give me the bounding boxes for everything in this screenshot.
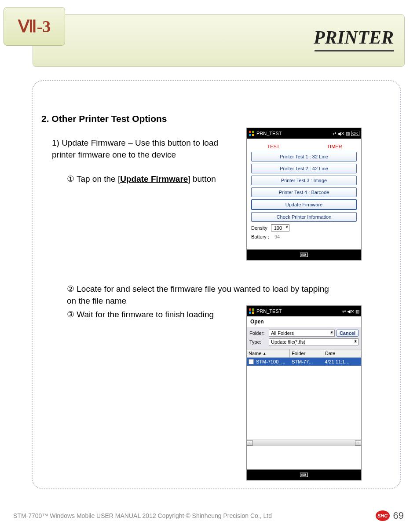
printer-test-3-button[interactable]: Printer Test 3 : Image (251, 176, 357, 185)
list-header: Name▲ Folder Date (247, 349, 361, 358)
header-underline (315, 50, 394, 51)
wm-titlebar-2: PRN_TEST ⇄ ◀✕ ▥ (247, 306, 361, 316)
density-label: Density (251, 225, 267, 231)
col-folder-header[interactable]: Folder (290, 349, 323, 357)
check-printer-info-button[interactable]: Check Printer Information (251, 212, 357, 222)
folder-select[interactable]: All Folders (269, 330, 335, 337)
printer-test-4-button[interactable]: Printer Test 4 : Barcode (251, 187, 357, 197)
label-timer: TIMER (312, 144, 357, 149)
open-title: Open (247, 316, 361, 327)
screenshot-open-dialog: PRN_TEST ⇄ ◀✕ ▥ Open Folder: All Folders… (246, 305, 362, 481)
windows-flag-icon (249, 130, 255, 136)
step-1-prefix: ① Tap on the [ (67, 174, 120, 183)
scroll-left-button[interactable]: ‹ (247, 440, 253, 446)
type-label: Type: (249, 339, 267, 345)
file-date-cell: 4/21 11:1… (323, 358, 361, 366)
chapter-tab: Ⅶ-3 (4, 7, 65, 46)
battery-label: Battery : (251, 234, 269, 239)
svg-rect-7 (252, 312, 254, 314)
step-1: ① Tap on the [Update Firmware] button (67, 173, 225, 185)
scroll-right-button[interactable]: › (355, 440, 361, 446)
step-1-bold: Update Firmware (120, 174, 188, 183)
ok-button[interactable]: OK (351, 131, 359, 136)
speaker-icon: ◀✕ (337, 131, 344, 136)
svg-rect-6 (249, 312, 251, 314)
printer-test-2-button[interactable]: Printer Test 2 : 42 Line (251, 164, 357, 173)
svg-rect-4 (249, 308, 251, 311)
density-select[interactable]: 100 (271, 224, 289, 231)
page-footer: STM-7700™ Windows Mobile USER MANUAL 201… (13, 510, 404, 521)
signal-icon: ⇄ (333, 131, 336, 136)
svg-rect-0 (249, 131, 251, 133)
header-title: PRINTER (314, 27, 394, 48)
wm-title-2: PRN_TEST (256, 308, 340, 314)
file-name-cell: STM-7100_... (247, 358, 290, 366)
wm-bottombar (247, 249, 361, 260)
svg-rect-3 (252, 134, 254, 136)
file-folder-cell: STM-77... (290, 358, 323, 366)
svg-rect-5 (252, 308, 254, 311)
page-number: 69 (393, 510, 404, 521)
wm-status-icons-2: ⇄ ◀✕ ▥ (342, 309, 359, 314)
step-1-suffix: ] button (188, 174, 216, 183)
screenshot-prn-test: PRN_TEST ⇄ ◀✕ ▥ OK TEST TIMER Printer Te… (246, 128, 362, 260)
battery-icon: ▥ (346, 131, 350, 136)
open-fields: Folder: All Folders Cancel Type: Update … (247, 327, 361, 349)
col-name-header[interactable]: Name▲ (247, 349, 290, 357)
svg-rect-1 (252, 131, 254, 133)
keyboard-icon[interactable] (300, 253, 308, 257)
signal-icon: ⇄ (342, 309, 346, 314)
section-title: 2. Other Printer Test Options (41, 114, 167, 124)
horizontal-scrollbar[interactable]: ‹ › (247, 440, 361, 446)
folder-label: Folder: (249, 330, 267, 336)
footer-text: STM-7700™ Windows Mobile USER MANUAL 201… (13, 512, 372, 519)
col-date-header[interactable]: Date (323, 349, 361, 357)
cancel-button[interactable]: Cancel (337, 330, 358, 337)
type-select[interactable]: Update file(*.fls) (269, 338, 358, 345)
keyboard-icon[interactable] (300, 473, 308, 477)
update-firmware-button[interactable]: Update Firmware (251, 199, 357, 210)
shot1-body: TEST TIMER Printer Test 1 : 32 Line Prin… (247, 139, 361, 249)
header-bar: PRINTER (33, 14, 405, 67)
windows-flag-icon (249, 308, 255, 314)
col-name-text: Name (249, 351, 261, 356)
type-row: Type: Update file(*.fls) (249, 338, 358, 345)
wm-title: PRN_TEST (256, 131, 331, 136)
wm-titlebar: PRN_TEST ⇄ ◀✕ ▥ OK (247, 128, 361, 139)
header-labels: TEST TIMER (251, 144, 357, 149)
file-row-selected[interactable]: STM-7100_... STM-77... 4/21 11:1… (247, 358, 361, 366)
file-icon (249, 359, 254, 364)
svg-rect-2 (249, 134, 251, 136)
shot2-body: Open Folder: All Folders Cancel Type: Up… (247, 316, 361, 470)
wm-bottombar-2 (247, 470, 361, 480)
file-name-text: STM-7100_... (256, 359, 285, 364)
folder-row: Folder: All Folders Cancel (249, 330, 358, 337)
step-2: ② Locate for and select the firmware fil… (67, 283, 340, 307)
step-3: ③ Wait for the firmware to finish loadin… (67, 309, 225, 321)
speaker-icon: ◀✕ (347, 309, 354, 314)
file-list: STM-7100_... STM-77... 4/21 11:1… ‹ › (247, 358, 361, 446)
printer-test-1-button[interactable]: Printer Test 1 : 32 Line (251, 152, 357, 161)
battery-row: Battery : 94 (251, 234, 357, 239)
sort-asc-icon: ▲ (263, 352, 266, 356)
para-update-firmware: 1) Update Firmware – Use this button to … (52, 137, 237, 161)
label-test: TEST (251, 144, 296, 149)
shc-logo: SHC (376, 510, 390, 521)
battery-value: 94 (274, 234, 280, 239)
battery-icon: ▥ (355, 309, 359, 314)
wm-status-icons: ⇄ ◀✕ ▥ OK (333, 131, 359, 136)
density-row: Density 100 (251, 224, 357, 231)
